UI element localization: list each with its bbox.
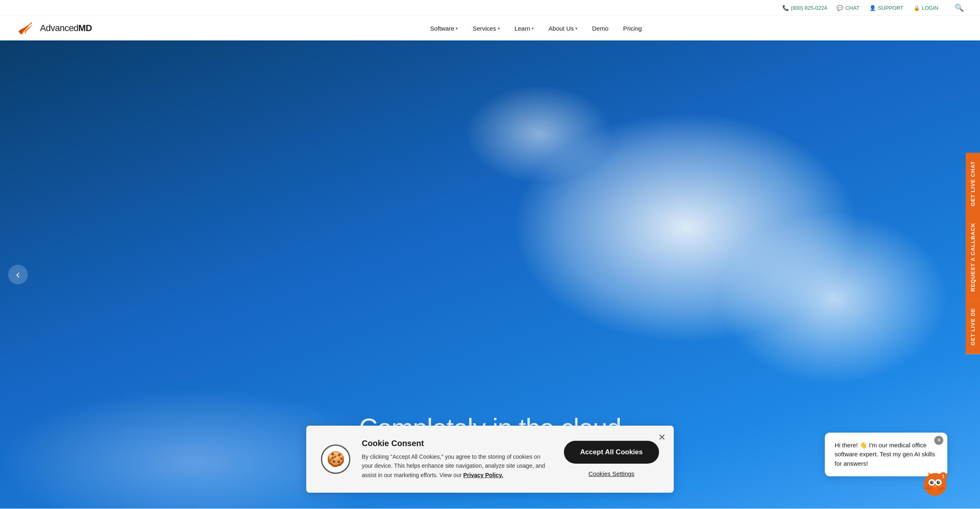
login-label: LOGIN: [922, 5, 938, 11]
chatbot-avatar-area[interactable]: 1: [923, 472, 947, 497]
logo-link[interactable]: AdvancedMD: [16, 20, 92, 36]
chatbot-message: Hi there! 👋 I'm our medical office softw…: [835, 442, 935, 467]
cookie-close-button[interactable]: ✕: [658, 432, 666, 443]
chatbot-bubble-close-button[interactable]: ✕: [934, 436, 943, 445]
cookie-settings-button[interactable]: Cookies Settings: [588, 470, 635, 477]
phone-icon: 📞: [782, 5, 789, 11]
support-link[interactable]: 👤 SUPPORT: [869, 5, 904, 11]
get-live-demo-tab[interactable]: GET LIVE DE: [966, 300, 980, 354]
chatbot-bubble: ✕ Hi there! 👋 I'm our medical office sof…: [825, 433, 947, 477]
lock-icon: 🔒: [913, 5, 920, 11]
logo-bird-icon: [16, 20, 37, 36]
cookie-actions: Accept All Cookies Cookies Settings: [564, 441, 659, 477]
request-callback-tab[interactable]: REQUEST A CALLBACK: [966, 214, 980, 300]
chevron-down-icon: ▾: [575, 26, 577, 31]
phone-number: (800) 825-0224: [791, 5, 827, 11]
cookie-content: Cookie Consent By clicking "Accept All C…: [362, 439, 552, 480]
chevron-down-icon: ▾: [456, 26, 458, 31]
chevron-down-icon: ▾: [498, 26, 500, 31]
nav-learn[interactable]: Learn ▾: [508, 21, 540, 36]
header-nav-bar: AdvancedMD Software ▾ Services ▾ Learn ▾…: [0, 16, 980, 40]
right-side-tabs: GET LIVE CHAT REQUEST A CALLBACK GET LIV…: [966, 153, 980, 355]
search-button[interactable]: 🔍: [955, 3, 964, 12]
svg-point-7: [938, 482, 940, 483]
nav-about[interactable]: About Us ▾: [542, 21, 584, 36]
chatbot-badge: 1: [939, 472, 947, 480]
chat-label: CHAT: [845, 5, 859, 11]
svg-point-6: [932, 482, 933, 483]
nav-demo[interactable]: Demo: [586, 21, 615, 36]
hero-prev-button[interactable]: ‹: [8, 265, 28, 284]
get-live-chat-tab[interactable]: GET LIVE CHAT: [966, 153, 980, 214]
privacy-policy-link[interactable]: Privacy Policy.: [463, 472, 503, 478]
header-top-bar: 📞 (800) 825-0224 💬 CHAT 👤 SUPPORT 🔒 LOGI…: [0, 0, 980, 16]
cookie-body: By clicking "Accept All Cookies," you ag…: [362, 452, 552, 480]
chat-bubble-icon: 💬: [837, 5, 843, 11]
cookie-icon: 🍪: [321, 444, 350, 474]
nav-services[interactable]: Services ▾: [466, 21, 506, 36]
nav-software[interactable]: Software ▾: [423, 21, 464, 36]
support-label: SUPPORT: [878, 5, 904, 11]
login-link[interactable]: 🔒 LOGIN: [913, 5, 938, 11]
phone-link[interactable]: 📞 (800) 825-0224: [782, 5, 827, 11]
nav-pricing[interactable]: Pricing: [617, 21, 648, 36]
svg-point-0: [30, 22, 32, 24]
site-header: 📞 (800) 825-0224 💬 CHAT 👤 SUPPORT 🔒 LOGI…: [0, 0, 980, 40]
cookie-title: Cookie Consent: [362, 439, 552, 448]
chevron-down-icon: ▾: [532, 26, 534, 31]
chat-link[interactable]: 💬 CHAT: [837, 5, 859, 11]
logo-text: AdvancedMD: [40, 23, 92, 33]
cookie-banner: ✕ 🍪 Cookie Consent By clicking "Accept A…: [306, 426, 674, 493]
main-navigation: Software ▾ Services ▾ Learn ▾ About Us ▾…: [108, 21, 964, 36]
person-icon: 👤: [869, 5, 876, 11]
chatbot-avatar: 1: [923, 472, 947, 497]
accept-all-cookies-button[interactable]: Accept All Cookies: [564, 441, 659, 464]
